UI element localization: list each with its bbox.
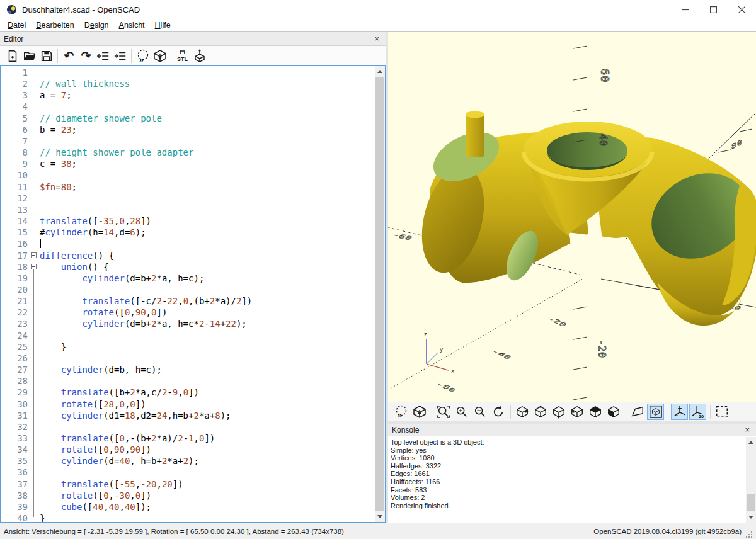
svg-text:-40: -40 [490, 348, 513, 361]
view-right-icon [515, 405, 529, 419]
close-button[interactable] [728, 0, 756, 19]
preview-button[interactable]: » [392, 404, 410, 420]
viewport-3d[interactable]: .ax { stroke:#3a3a3a; stroke-width:1; fi… [388, 32, 756, 402]
scroll-up-icon[interactable] [375, 66, 385, 77]
console-scrollbar[interactable] [746, 437, 756, 523]
scroll-down-icon[interactable] [746, 512, 756, 523]
editor-scrollbar[interactable] [375, 66, 385, 522]
model-duschhalter [412, 111, 756, 327]
view-back-button[interactable] [587, 404, 604, 420]
show-scale-button[interactable]: 10 [689, 404, 706, 420]
new-file-button[interactable] [4, 47, 21, 64]
code-text[interactable]: // wall thicknessa = 7;// diameter showe… [40, 66, 375, 522]
perspective-icon [631, 405, 644, 419]
console-close-button[interactable]: × [742, 425, 752, 434]
view-back-icon [588, 405, 602, 419]
menu-bearbeiten[interactable]: Bearbeiten [31, 20, 79, 31]
view-top-icon [534, 405, 547, 419]
zoom-all-icon [437, 405, 450, 419]
orthographic-button[interactable] [647, 404, 664, 420]
scroll-up-icon[interactable] [746, 437, 756, 448]
print-3d-button[interactable] [191, 47, 208, 64]
maximize-button[interactable] [699, 0, 728, 19]
indent-icon [113, 49, 127, 63]
save-icon [40, 49, 54, 63]
svg-text:40: 40 [597, 134, 609, 147]
render-button[interactable] [151, 47, 168, 64]
resize-grip-icon[interactable] [745, 531, 753, 539]
preview-button[interactable]: » [134, 47, 151, 64]
menu-ansicht[interactable]: Ansicht [114, 20, 150, 31]
undo-icon: ↶ [64, 50, 74, 62]
view-front-icon [607, 405, 621, 419]
svg-text:80: 80 [731, 137, 743, 150]
window-title: Duschhalter4.scad - OpenSCAD [22, 5, 140, 14]
openscad-window: Duschhalter4.scad - OpenSCAD Datei Bearb… [0, 0, 756, 539]
view-left-button[interactable] [568, 404, 585, 420]
reset-view-button[interactable] [490, 404, 507, 420]
zoom-out-button[interactable] [471, 404, 488, 420]
view-left-icon [570, 405, 584, 419]
reset-view-icon [491, 405, 505, 419]
unindent-icon [96, 49, 110, 63]
redo-button[interactable]: ↷ [77, 47, 94, 64]
save-button[interactable] [38, 47, 55, 64]
svg-text:10: 10 [698, 414, 703, 419]
unindent-button[interactable] [94, 47, 112, 64]
console-output: Top level object is a 3D object:Simple: … [391, 438, 746, 523]
svg-text:-60: -60 [435, 381, 458, 394]
title-bar: Duschhalter4.scad - OpenSCAD [0, 0, 756, 19]
console-panel-header: Konsole × [388, 424, 756, 436]
scroll-down-icon[interactable] [375, 511, 385, 522]
perspective-button[interactable] [629, 404, 646, 420]
show-axes-button[interactable] [671, 404, 688, 420]
view-bottom-button[interactable] [550, 404, 567, 420]
undo-button[interactable]: ↶ [60, 47, 77, 64]
minimize-button[interactable] [671, 0, 699, 19]
menu-hilfe[interactable]: Hilfe [150, 20, 176, 31]
viewport-toolbar: » 10 [388, 402, 756, 421]
zoom-all-button[interactable] [435, 404, 452, 420]
editor-panel-header: Editor × [0, 32, 386, 46]
line-number-gutter: 1234567891011121314151617181920212223242… [1, 66, 30, 522]
view-top-button[interactable] [532, 404, 549, 420]
open-file-button[interactable] [21, 47, 38, 64]
view-bottom-icon [552, 405, 566, 419]
fold-marker[interactable] [31, 252, 37, 258]
svg-text:-20: -20 [546, 315, 569, 328]
view-right-button[interactable] [513, 404, 530, 420]
svg-text:»: » [139, 55, 144, 64]
svg-text:-60: -60 [391, 232, 415, 242]
preview-icon: » [394, 404, 409, 419]
axis-indicator: z y x [424, 331, 455, 374]
editor-close-button[interactable]: × [372, 34, 382, 43]
indent-button[interactable] [112, 47, 129, 64]
export-stl-button[interactable]: STL [174, 47, 191, 64]
code-editor[interactable]: 1234567891011121314151617181920212223242… [0, 65, 386, 523]
app-icon [6, 4, 17, 15]
zoom-in-button[interactable] [453, 404, 470, 420]
zoom-in-icon [455, 405, 469, 419]
view-status-text: Ansicht: Verschiebung = [ -2.31 -5.39 19… [4, 528, 344, 535]
status-bar: Ansicht: Verschiebung = [ -2.31 -5.39 19… [0, 523, 756, 539]
new-file-icon [6, 49, 20, 63]
fold-margin[interactable] [30, 66, 40, 522]
editor-pane: Editor × ↶ ↷ » STL 12 [0, 32, 386, 523]
svg-text:z: z [424, 331, 427, 338]
menu-datei[interactable]: Datei [3, 20, 31, 31]
view-all-icon [715, 405, 729, 419]
menu-design[interactable]: Design [79, 20, 114, 31]
view-front-button[interactable] [605, 404, 622, 420]
redo-icon: ↷ [81, 50, 91, 62]
preview-icon: » [135, 48, 151, 64]
svg-text:y: y [440, 346, 444, 353]
render-icon [152, 48, 168, 64]
open-file-icon [23, 49, 37, 63]
console-scrollbar-thumb[interactable] [747, 494, 755, 511]
editor-scrollbar-thumb[interactable] [375, 77, 384, 511]
editor-toolbar: ↶ ↷ » STL [0, 46, 386, 65]
menu-bar: Datei Bearbeiten Design Ansicht Hilfe [0, 19, 756, 31]
print-3d-icon [192, 48, 207, 64]
view-all-button[interactable] [713, 404, 730, 420]
render-button[interactable] [411, 404, 428, 420]
